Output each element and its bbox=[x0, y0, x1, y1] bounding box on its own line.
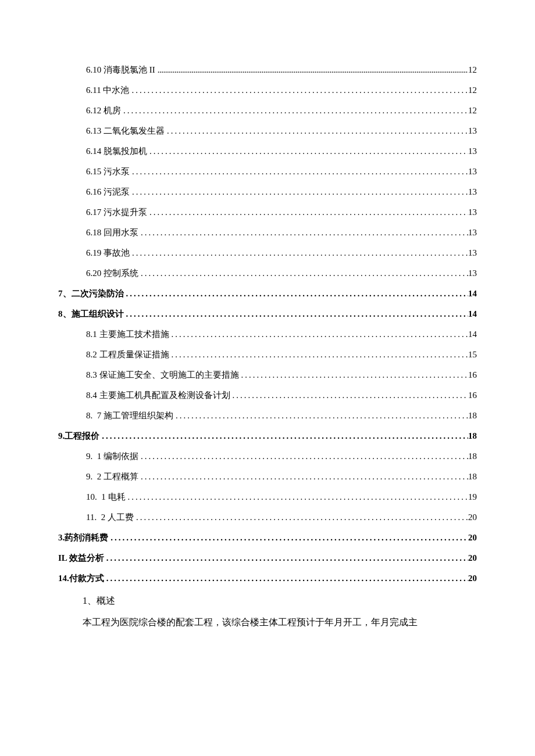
toc-page-number: 16 bbox=[468, 389, 477, 402]
toc-page-number: 13 bbox=[468, 145, 477, 157]
toc-label: 8. 7 施工管理组织架构 bbox=[86, 410, 173, 422]
toc-page-number: 19 bbox=[468, 491, 477, 503]
toc-entry: 6.19 事故池13 bbox=[58, 247, 477, 259]
toc-label: 8.3 保证施工安全、文明施工的主要措施 bbox=[86, 369, 239, 381]
toc-leader-dots bbox=[173, 410, 468, 422]
toc-leader-dots bbox=[124, 308, 469, 320]
toc-leader-dots bbox=[121, 105, 468, 117]
toc-entry: 8.1 主要施工技术措施14 bbox=[58, 328, 477, 341]
toc-entry: 6.17 污水提升泵13 bbox=[58, 206, 477, 218]
toc-entry: 8.4 主要施工机具配置及检测设备计划16 bbox=[58, 389, 477, 402]
document-page: 6.10 消毒脱氯池 II126.11 中水池126.12 机房126.13 二… bbox=[0, 0, 535, 666]
toc-page-number: 14 bbox=[468, 288, 477, 300]
toc-label: IL 效益分析 bbox=[58, 552, 104, 564]
toc-label: 11. 2 人工费 bbox=[86, 511, 134, 524]
toc-entry: 9.工程报价18 bbox=[58, 430, 477, 442]
toc-label: 6.20 控制系统 bbox=[86, 267, 138, 280]
section-heading: 1、概述 bbox=[58, 593, 477, 610]
toc-entry: 6.18 回用水泵13 bbox=[58, 227, 477, 239]
toc-label: 6.11 中水池 bbox=[86, 84, 129, 96]
toc-leader-dots bbox=[155, 64, 468, 76]
toc-leader-dots bbox=[134, 511, 468, 524]
toc-label: 6.15 污水泵 bbox=[86, 166, 130, 178]
toc-leader-dots bbox=[138, 450, 468, 463]
toc-entry: 9. 1 编制依据18 bbox=[58, 450, 477, 463]
toc-label: 9. 1 编制依据 bbox=[86, 450, 138, 463]
toc-page-number: 14 bbox=[468, 328, 477, 341]
toc-page-number: 13 bbox=[468, 166, 477, 178]
toc-leader-dots bbox=[239, 369, 469, 381]
toc-page-number: 20 bbox=[468, 552, 477, 564]
toc-leader-dots bbox=[147, 145, 468, 157]
toc-label: 6.16 污泥泵 bbox=[86, 186, 130, 198]
toc-page-number: 18 bbox=[468, 430, 477, 442]
toc-entry: 11. 2 人工费20 bbox=[58, 511, 477, 524]
body-paragraph: 本工程为医院综合楼的配套工程，该综合楼主体工程预计于年月开工，年月完成主 bbox=[58, 614, 477, 631]
toc-page-number: 18 bbox=[468, 471, 477, 483]
toc-page-number: 12 bbox=[468, 64, 477, 76]
toc-page-number: 20 bbox=[468, 572, 477, 585]
toc-label: 6.17 污水提升泵 bbox=[86, 206, 147, 218]
toc-leader-dots bbox=[130, 247, 468, 259]
toc-label: 9.工程报价 bbox=[58, 430, 99, 442]
toc-label: 8、施工组织设计 bbox=[58, 308, 124, 320]
toc-page-number: 20 bbox=[468, 532, 477, 544]
toc-page-number: 14 bbox=[468, 308, 477, 320]
toc-leader-dots bbox=[130, 166, 468, 178]
toc-leader-dots bbox=[138, 471, 468, 483]
toc-leader-dots bbox=[165, 125, 468, 137]
toc-leader-dots bbox=[169, 328, 469, 341]
toc-label: 6.10 消毒脱氯池 II bbox=[86, 64, 155, 76]
toc-leader-dots bbox=[99, 430, 468, 442]
toc-entry: 6.12 机房12 bbox=[58, 105, 477, 117]
toc-leader-dots bbox=[126, 491, 469, 503]
toc-label: 14.付款方式 bbox=[58, 572, 104, 585]
toc-page-number: 13 bbox=[468, 227, 477, 239]
toc-entry: 14.付款方式20 bbox=[58, 572, 477, 585]
toc-entry: 3.药剂消耗费20 bbox=[58, 532, 477, 544]
toc-entry: 6.14 脱氯投加机13 bbox=[58, 145, 477, 157]
toc-entry: 6.10 消毒脱氯池 II12 bbox=[58, 64, 477, 76]
toc-label: 6.13 二氧化氯发生器 bbox=[86, 125, 165, 137]
toc-label: 6.18 回用水泵 bbox=[86, 227, 138, 239]
toc-label: 6.19 事故池 bbox=[86, 247, 130, 259]
toc-entry: 6.11 中水池12 bbox=[58, 84, 477, 96]
table-of-contents: 6.10 消毒脱氯池 II126.11 中水池126.12 机房126.13 二… bbox=[58, 64, 477, 585]
toc-leader-dots bbox=[230, 389, 469, 402]
toc-entry: 6.15 污水泵13 bbox=[58, 166, 477, 178]
toc-page-number: 12 bbox=[468, 105, 477, 117]
toc-entry: 8.2 工程质量保证措施15 bbox=[58, 349, 477, 361]
toc-label: 6.12 机房 bbox=[86, 105, 121, 117]
toc-page-number: 13 bbox=[468, 247, 477, 259]
toc-leader-dots bbox=[147, 206, 468, 218]
toc-label: 6.14 脱氯投加机 bbox=[86, 145, 147, 157]
toc-entry: 8. 7 施工管理组织架构18 bbox=[58, 410, 477, 422]
toc-page-number: 13 bbox=[468, 267, 477, 280]
toc-page-number: 13 bbox=[468, 186, 477, 198]
toc-page-number: 20 bbox=[468, 511, 477, 524]
toc-leader-dots bbox=[130, 186, 468, 198]
toc-page-number: 18 bbox=[468, 450, 477, 463]
toc-entry: 10. 1 电耗19 bbox=[58, 491, 477, 503]
toc-page-number: 18 bbox=[468, 410, 477, 422]
toc-page-number: 13 bbox=[468, 125, 477, 137]
toc-entry: 6.20 控制系统13 bbox=[58, 267, 477, 280]
toc-label: 7、二次污染防治 bbox=[58, 288, 124, 300]
toc-leader-dots bbox=[138, 227, 468, 239]
toc-page-number: 13 bbox=[468, 206, 477, 218]
toc-page-number: 15 bbox=[468, 349, 477, 361]
toc-leader-dots bbox=[104, 552, 468, 564]
toc-leader-dots bbox=[104, 572, 468, 585]
toc-leader-dots bbox=[138, 267, 468, 280]
toc-entry: 6.16 污泥泵13 bbox=[58, 186, 477, 198]
toc-page-number: 16 bbox=[468, 369, 477, 381]
toc-leader-dots bbox=[169, 349, 469, 361]
toc-label: 9. 2 工程概算 bbox=[86, 471, 138, 483]
toc-label: 3.药剂消耗费 bbox=[58, 532, 108, 544]
toc-entry: 8、施工组织设计14 bbox=[58, 308, 477, 320]
toc-entry: 6.13 二氧化氯发生器13 bbox=[58, 125, 477, 137]
toc-leader-dots bbox=[129, 84, 468, 96]
toc-leader-dots bbox=[124, 288, 469, 300]
toc-label: 8.2 工程质量保证措施 bbox=[86, 349, 169, 361]
toc-label: 10. 1 电耗 bbox=[86, 491, 126, 503]
